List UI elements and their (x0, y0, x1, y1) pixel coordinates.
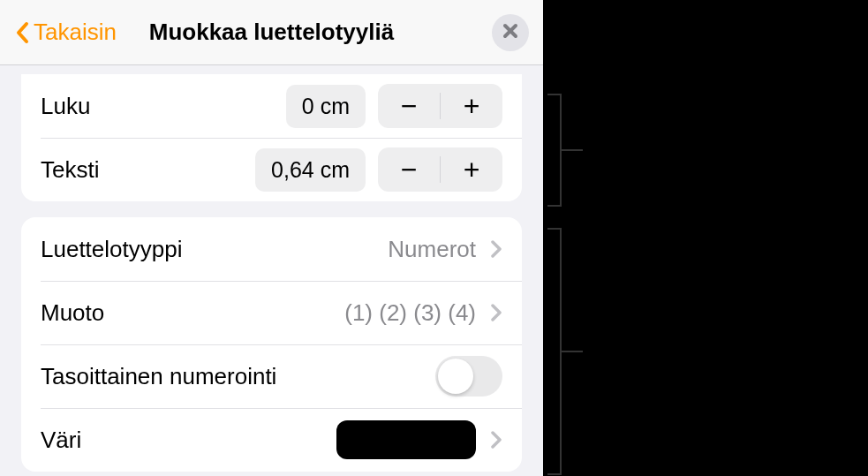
teksti-decrement-button[interactable]: − (378, 147, 440, 192)
row-label: Luku (41, 93, 90, 120)
list-type-value: Numerot (388, 236, 476, 263)
minus-icon: − (401, 90, 418, 123)
row-label: Väri (41, 427, 81, 454)
luku-increment-button[interactable]: + (441, 84, 502, 128)
row-label: Luettelotyyppi (41, 236, 182, 263)
color-row[interactable]: Väri (21, 408, 522, 472)
style-section: Luettelotyyppi Numerot Muoto (1) (2) (3)… (21, 217, 522, 472)
toggle-knob (438, 359, 473, 394)
row-label: Tasoittainen numerointi (41, 363, 276, 390)
panel-content: Luku 0 cm − + Teksti 0,64 cm (0, 74, 543, 472)
chevron-right-icon (490, 430, 502, 450)
format-row[interactable]: Muoto (1) (2) (3) (4) (21, 281, 522, 344)
annotation-bracket (549, 228, 562, 475)
indent-section: Luku 0 cm − + Teksti 0,64 cm (21, 74, 522, 201)
row-label: Teksti (41, 156, 99, 184)
teksti-increment-button[interactable]: + (441, 147, 502, 192)
format-value: (1) (2) (3) (4) (344, 299, 476, 327)
back-label: Takaisin (34, 19, 117, 46)
luku-decrement-button[interactable]: − (378, 84, 440, 128)
list-type-row[interactable]: Luettelotyyppi Numerot (21, 217, 522, 281)
plus-icon: + (464, 90, 480, 123)
indent-row-luku: Luku 0 cm − + (21, 74, 522, 138)
annotation-bracket (549, 94, 562, 207)
minus-icon: − (401, 154, 418, 186)
row-label: Muoto (41, 299, 104, 327)
annotation-line (562, 149, 583, 151)
edit-list-style-panel: Takaisin Muokkaa luettelotyyliä Luku 0 c… (0, 0, 543, 476)
panel-header: Takaisin Muokkaa luettelotyyliä (0, 0, 543, 65)
luku-stepper: − + (378, 84, 502, 128)
tiered-numbering-toggle[interactable] (435, 356, 502, 397)
plus-icon: + (464, 154, 480, 186)
back-button[interactable]: Takaisin (14, 19, 117, 46)
tiered-numbering-row: Tasoittainen numerointi (21, 344, 522, 408)
indent-row-teksti: Teksti 0,64 cm − + (21, 138, 522, 201)
close-button[interactable] (492, 14, 529, 51)
chevron-right-icon (490, 239, 502, 259)
teksti-value[interactable]: 0,64 cm (255, 148, 366, 192)
teksti-stepper: − + (378, 147, 502, 192)
chevron-left-icon (14, 20, 30, 45)
chevron-right-icon (490, 303, 502, 322)
annotation-line (562, 351, 583, 352)
color-swatch (336, 420, 476, 459)
close-icon (502, 23, 518, 42)
luku-value[interactable]: 0 cm (286, 85, 366, 128)
